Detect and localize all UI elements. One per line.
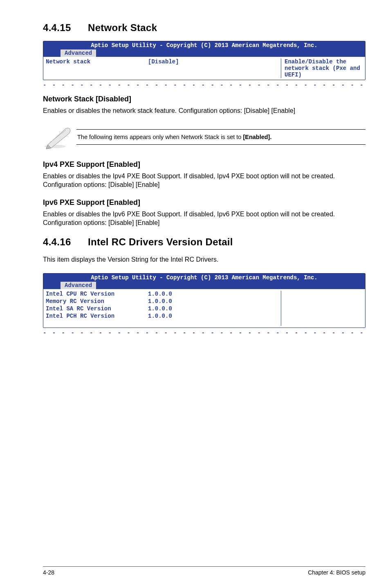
note-text: The following items appears only when Ne… — [76, 129, 365, 145]
section-title-1: Network Stack — [88, 22, 157, 33]
note-row: The following items appears only when Ne… — [43, 124, 365, 150]
para-ipv6: Enables or disables the Ipv6 PXE Boot Su… — [43, 210, 365, 227]
bios-panel-1: Aptio Setup Utility - Copyright (C) 2013… — [43, 41, 365, 80]
bios-value-memory: 1.0.0.0 — [148, 298, 222, 305]
subhead-ipv6: Ipv6 PXE Support [Enabled] — [43, 198, 365, 207]
bios-panel-2: Aptio Setup Utility - Copyright (C) 2013… — [43, 273, 365, 328]
bios-tab-advanced-2: Advanced — [61, 282, 96, 289]
note-prefix: The following items appears only when Ne… — [77, 134, 243, 140]
bios-value-cpu: 1.0.0.0 — [148, 291, 222, 297]
dash-separator-1: - - - - - - - - - - - - - - - - - - - - … — [43, 82, 365, 88]
bios-copyright-1: Aptio Setup Utility - Copyright (C) 2013… — [45, 42, 363, 49]
bios-tab-advanced-1: Advanced — [61, 49, 96, 57]
bios-header-1: Aptio Setup Utility - Copyright (C) 2013… — [43, 41, 365, 57]
footer-page-num: 4-28 — [43, 569, 54, 576]
bios-row-sa: Intel SA RC Version 1.0.0.0 — [46, 305, 281, 312]
bios-copyright-2: Aptio Setup Utility - Copyright (C) 2013… — [45, 274, 363, 282]
subhead-ipv4: Ipv4 PXE Support [Enabled] — [43, 160, 365, 169]
bios-label-memory: Memory RC Version — [46, 298, 148, 305]
bios-label-cpu: Intel CPU RC Version — [46, 291, 148, 297]
para-intro-2: This item displays the Version String fo… — [43, 255, 365, 264]
spacer — [46, 320, 281, 326]
footer-chapter: Chapter 4: BIOS setup — [308, 569, 365, 576]
bios-row-cpu: Intel CPU RC Version 1.0.0.0 — [46, 291, 281, 297]
bios-row-network-stack: Network stack [Disable] — [46, 58, 281, 65]
bios-value-sa: 1.0.0.0 — [148, 305, 222, 312]
page-footer: 4-28 Chapter 4: BIOS setup — [43, 566, 365, 576]
pen-note-icon — [43, 124, 73, 150]
bios-header-2: Aptio Setup Utility - Copyright (C) 2013… — [43, 274, 365, 289]
subhead-network-stack-disabled: Network Stack [Disabled] — [43, 95, 365, 103]
bios-left-1: Network stack [Disable] — [46, 58, 281, 78]
bios-row-memory: Memory RC Version 1.0.0.0 — [46, 298, 281, 305]
bios-label-network-stack: Network stack — [46, 58, 148, 65]
bios-body-2: Intel CPU RC Version 1.0.0.0 Memory RC V… — [43, 289, 365, 328]
section-heading-2: 4.4.16Intel RC Drivers Version Detail — [43, 236, 365, 248]
bios-body-1: Network stack [Disable] Enable/Disable t… — [43, 57, 365, 80]
bios-value-pch: 1.0.0.0 — [148, 313, 222, 319]
bios-value-network-stack: [Disable] — [148, 58, 222, 65]
section-num-1: 4.4.15 — [43, 22, 88, 34]
bios-label-pch: Intel PCH RC Version — [46, 313, 148, 319]
bios-label-sa: Intel SA RC Version — [46, 305, 148, 312]
bios-left-2: Intel CPU RC Version 1.0.0.0 Memory RC V… — [46, 291, 281, 326]
bios-row-pch: Intel PCH RC Version 1.0.0.0 — [46, 313, 281, 319]
para-ipv4: Enables or disables the Ipv4 PXE Boot Su… — [43, 172, 365, 189]
bios-help-1: Enable/Disable the network stack (Pxe an… — [281, 58, 363, 78]
bios-help-2 — [281, 291, 363, 326]
section-title-2: Intel RC Drivers Version Detail — [88, 236, 233, 247]
para-network-stack: Enables or disables the network stack fe… — [43, 106, 365, 115]
note-bold: [Enabled]. — [243, 134, 271, 140]
section-heading-1: 4.4.15Network Stack — [43, 22, 365, 34]
dash-separator-2: - - - - - - - - - - - - - - - - - - - - … — [43, 330, 365, 336]
section-num-2: 4.4.16 — [43, 236, 88, 248]
